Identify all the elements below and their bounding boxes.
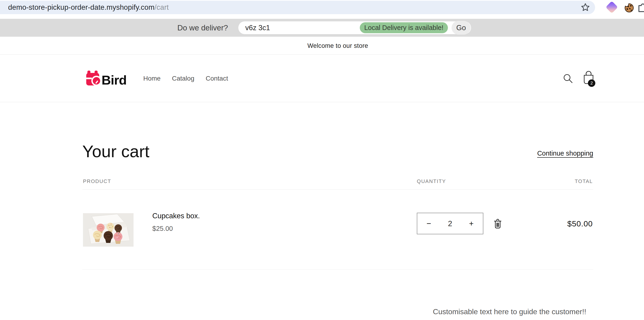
extension-cookie-icon[interactable]: [624, 2, 635, 13]
extension-diamond-icon[interactable]: [606, 1, 618, 14]
cart-footer-note: Customisable text here to guide the cust…: [433, 307, 586, 316]
column-header-product: PRODUCT: [83, 178, 111, 184]
product-unit-price: $25.00: [152, 225, 173, 232]
table-divider-bottom: [82, 269, 593, 270]
continue-shopping-link[interactable]: Continue shopping: [537, 149, 593, 157]
quantity-value[interactable]: 2: [448, 219, 452, 228]
quantity-increase-button[interactable]: +: [469, 219, 474, 228]
quantity-stepper: − 2 +: [417, 213, 483, 234]
page-title: Your cart: [82, 142, 149, 161]
cart-page: Your cart Continue shopping PRODUCT QUAN…: [82, 0, 593, 320]
column-header-quantity: QUANTITY: [417, 178, 446, 184]
remove-item-trash-icon[interactable]: [493, 219, 502, 229]
product-title-link[interactable]: Cupcakes box.: [152, 212, 200, 220]
column-header-total: TOTAL: [575, 178, 593, 184]
quantity-decrease-button[interactable]: −: [426, 219, 431, 228]
product-image-cupcakes[interactable]: [83, 213, 134, 247]
extensions-puzzle-icon[interactable]: [638, 2, 644, 13]
table-divider-top: [82, 189, 593, 190]
line-item-total: $50.00: [567, 219, 593, 228]
